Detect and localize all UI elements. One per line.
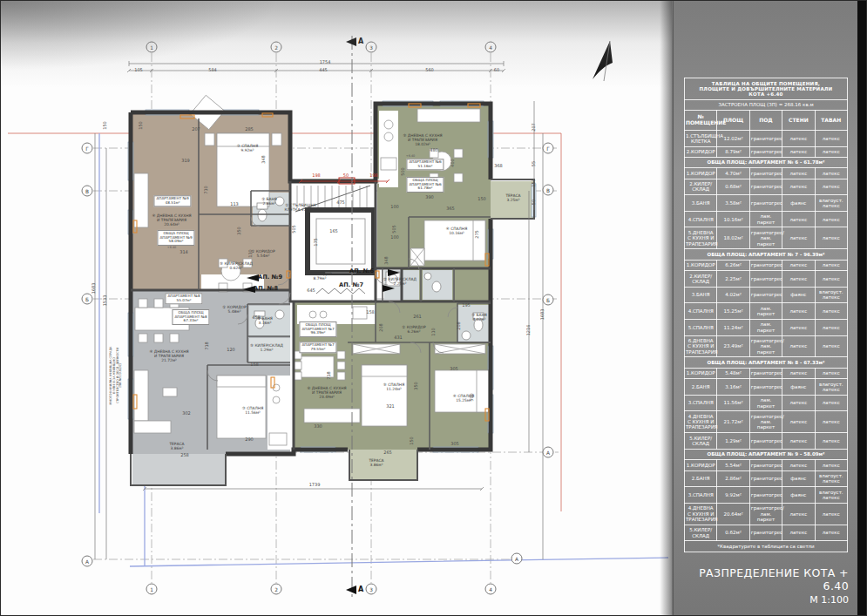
walls-cell: латекс bbox=[782, 319, 815, 335]
grid-bubble: 3 bbox=[366, 584, 377, 595]
grid-bubble: 2 bbox=[271, 584, 282, 595]
table-row: 4.СПАЛНЯ10.16м²лам. паркетлатекслатекс bbox=[685, 211, 848, 227]
walls-cell: латекс bbox=[782, 368, 815, 378]
ceiling-cell: латекс bbox=[815, 179, 847, 195]
finish-materials-table: ТАБЛИЦА НА ОБЩИТЕ ПОМЕЩЕНИЯ,ПЛОЩИТЕ И ДО… bbox=[684, 78, 848, 552]
area-cell: 10.16м² bbox=[717, 211, 749, 227]
table-row: 3.БАНЯ4.02м²гранитогресфаянсвлагоуст. ла… bbox=[685, 287, 848, 303]
area-cell: 2.25м² bbox=[717, 271, 749, 288]
grid-bubble: А bbox=[82, 556, 93, 567]
room-cell: 3.СПАЛНЯ bbox=[685, 395, 717, 411]
room-cell: 1.КОРИДОР bbox=[685, 368, 717, 378]
table-row: 2.БАНЯ3.16м²гранитогресфаянсвлагоуст. ла… bbox=[685, 379, 848, 396]
area-cell: 11.56м² bbox=[717, 395, 749, 411]
ceiling-cell: латекс bbox=[815, 460, 847, 470]
room-cell: 2.БАНЯ bbox=[685, 379, 717, 396]
table-row: 3.СПАЛНЯ9.92м²гранитогресфаянсвлагоуст. … bbox=[685, 487, 848, 504]
ceiling-cell: латекс bbox=[815, 260, 847, 270]
floor-cell: гранитогрес bbox=[749, 368, 782, 378]
room-cell: 4.ДНЕВНА С КУХНЯ И ТРАПЕЗАРИЯ bbox=[685, 503, 717, 525]
ceiling-cell: латекс bbox=[815, 131, 847, 147]
walls-cell: латекс bbox=[782, 131, 815, 147]
info-panel: ТАБЛИЦА НА ОБЩИТЕ ПОМЕЩЕНИЯ,ПЛОЩИТЕ И ДО… bbox=[674, 1, 857, 616]
section-header: ОБЩА ПЛОЩ: АПАРТАМЕНТ № 6 - 61.78м² bbox=[685, 157, 848, 167]
drawing-title-block: РАЗПРЕДЕЛЕНИЕ КОТА + 6.40 М 1:100 bbox=[684, 566, 852, 606]
table-row: 4.ДНЕВНА С КУХНЯ И ТРАПЕЗАРИЯ20.64м²гран… bbox=[685, 503, 848, 525]
floor-cell: гранитогрес bbox=[749, 525, 782, 541]
table-row: *Квадратурите в таблицата са светли bbox=[685, 541, 848, 552]
ceiling-cell: влагоуст. латекс bbox=[815, 379, 847, 396]
column-header: ТАВАН bbox=[815, 111, 847, 131]
column-header: № ПОМЕЩЕНИЕ bbox=[685, 111, 717, 131]
grid-bubble: Г bbox=[82, 143, 93, 154]
table-row: 5.КИЛЕР/ СКЛАД0.62м²гранитогреслатекслат… bbox=[685, 525, 848, 541]
panel-right-edge bbox=[857, 1, 867, 616]
walls-cell: латекс bbox=[782, 271, 815, 288]
table-row: 5.СПАЛНЯ11.24м²лам. паркетлатекслатекс bbox=[685, 319, 848, 335]
table-row: 2.КОРИДОР8.79м²гранитогреслатекслатекс bbox=[685, 146, 848, 157]
walls-cell: фаянс bbox=[782, 487, 815, 504]
ceiling-cell: латекс bbox=[815, 368, 847, 378]
area-cell: 4.70м² bbox=[717, 168, 749, 179]
table-row: ОБЩА ПЛОЩ: АПАРТАМЕНТ № 7 - 96.39м² bbox=[685, 249, 848, 260]
drawing-title: РАЗПРЕДЕЛЕНИЕ КОТА + 6.40 bbox=[684, 566, 849, 592]
room-cell: 4.СПАЛНЯ bbox=[685, 303, 717, 320]
area-cell: 21.72м² bbox=[717, 411, 749, 433]
table-row: 2.КИЛЕР/ СКЛАД2.25м²гранитогреслатекслат… bbox=[685, 271, 848, 288]
walls-cell: латекс bbox=[782, 411, 815, 433]
grid-bubble: 3 bbox=[366, 42, 377, 53]
drawing-sheet-page: АА17541055844455606015015016831533207285… bbox=[0, 0, 867, 616]
walls-cell: латекс bbox=[782, 260, 815, 270]
floor-cell: гранитогрес bbox=[749, 131, 782, 147]
floor-cell: гранитогрес/ лам. паркет bbox=[749, 335, 782, 357]
walls-cell: латекс bbox=[782, 525, 815, 541]
area-cell: 0.62м² bbox=[717, 525, 749, 541]
table-title: ТАБЛИЦА НА ОБЩИТЕ ПОМЕЩЕНИЯ,ПЛОЩИТЕ И ДО… bbox=[685, 78, 848, 100]
table-row: 5.ДНЕВНА С КУХНЯ И ТРАПЕЗАРИЯ18.02м²гран… bbox=[685, 227, 848, 249]
ceiling-cell: латекс bbox=[815, 271, 847, 288]
walls-cell: латекс bbox=[782, 433, 815, 450]
ceiling-cell: латекс bbox=[815, 503, 847, 525]
area-cell: 2.86м² bbox=[717, 470, 749, 487]
walls-cell: фаянс bbox=[782, 470, 815, 487]
room-fills bbox=[132, 105, 534, 485]
ceiling-cell: латекс bbox=[815, 319, 847, 335]
section-header: ОБЩА ПЛОЩ: АПАРТАМЕНТ № 7 - 96.39м² bbox=[685, 249, 848, 260]
floor-cell: гранитогрес bbox=[749, 460, 782, 470]
walls-cell: фаянс bbox=[782, 379, 815, 396]
ceiling-cell: латекс bbox=[815, 395, 847, 411]
floor-cell: лам. паркет bbox=[749, 211, 782, 227]
table-title-line: КОТА +6.40 bbox=[686, 91, 846, 97]
table-row: 1.КОРИДОР6.26м²гранитогреслатекслатекс bbox=[685, 260, 848, 270]
ceiling-cell: влагоуст. латекс bbox=[815, 470, 847, 487]
grid-bubble: 4 bbox=[485, 584, 497, 595]
north-arrow-icon bbox=[593, 41, 613, 81]
grid-bubble: 1 bbox=[146, 42, 158, 53]
table-row: 3.БАНЯ3.58м²гранитогресфаянсвлагоуст. ла… bbox=[685, 195, 848, 212]
room-cell: 3.БАНЯ bbox=[685, 287, 717, 303]
walls-cell: латекс bbox=[782, 227, 815, 249]
area-cell: 3.58м² bbox=[717, 195, 749, 212]
floor-cell: гранитогрес bbox=[749, 487, 782, 504]
ceiling-cell: латекс bbox=[815, 411, 847, 433]
room-cell: 5.СПАЛНЯ bbox=[685, 319, 717, 335]
room-cell: 5.ДНЕВНА С КУХНЯ И ТРАПЕЗАРИЯ bbox=[685, 227, 717, 249]
table-row: ОБЩА ПЛОЩ: АПАРТАМЕНТ № 8 - 67.33м² bbox=[685, 357, 848, 368]
table-row: 1.СТЪЛБИЩНА КЛЕТКА12.02м²гранитогреслате… bbox=[685, 131, 848, 147]
room-cell: 6.ДНЕВНА С КУХНЯ И ТРАПЕЗАРИЯ bbox=[685, 335, 717, 357]
room-cell: 3.СПАЛНЯ bbox=[685, 487, 717, 504]
sheet-crease bbox=[660, 1, 674, 616]
floor-cell: гранитогрес bbox=[749, 287, 782, 303]
table-row: 5.КИЛЕР/ СКЛАД1.29м²гранитогреслатекслат… bbox=[685, 433, 848, 450]
floor-cell: гранитогрес bbox=[749, 195, 782, 212]
area-cell: 15.25м² bbox=[717, 303, 749, 320]
table-row: 4.СПАЛНЯ15.25м²лам. паркетлатекслатекс bbox=[685, 303, 848, 320]
ceiling-cell: влагоуст. латекс bbox=[815, 287, 847, 303]
room-cell: 2.КИЛЕР/ СКЛАД bbox=[685, 271, 717, 288]
ceiling-cell: латекс bbox=[815, 335, 847, 357]
grid-bubble: Б bbox=[543, 294, 554, 306]
area-cell: 8.79м² bbox=[717, 146, 749, 157]
table-row: ОБЩА ПЛОЩ: АПАРТАМЕНТ № 9 - 58.09м² bbox=[685, 449, 848, 459]
floor-cell: гранитогрес bbox=[749, 379, 782, 396]
room-cell: 4.СПАЛНЯ bbox=[685, 211, 717, 227]
